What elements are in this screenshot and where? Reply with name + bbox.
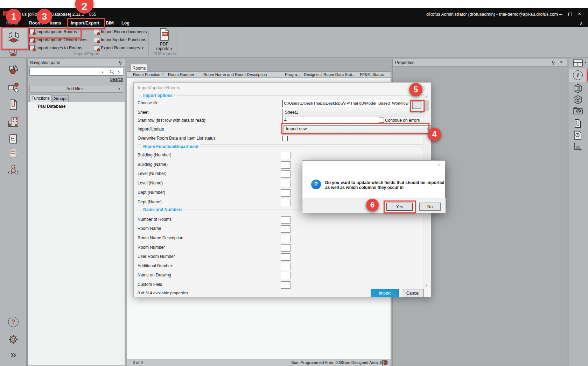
log-history-button[interactable] bbox=[569, 131, 587, 140]
pdf-reports-button[interactable]: PDF PDF reports ▾ bbox=[153, 28, 176, 52]
buildings-button[interactable] bbox=[0, 117, 27, 127]
minimize-icon[interactable]: – bbox=[559, 11, 562, 17]
column-box-level-name[interactable] bbox=[281, 180, 290, 187]
items-button[interactable] bbox=[0, 64, 27, 75]
pin-icon[interactable] bbox=[119, 61, 122, 65]
info-tab-selected[interactable]: i bbox=[569, 69, 587, 82]
column-box-user-room-number[interactable] bbox=[281, 253, 290, 261]
column-box-name-on-drawing[interactable] bbox=[281, 272, 290, 279]
collapse-ribbon-icon[interactable]: ∧ bbox=[580, 21, 583, 26]
overwrite-checkbox[interactable] bbox=[282, 136, 288, 141]
search-dropdown-icon[interactable]: ∨ bbox=[101, 70, 104, 73]
column-box-custom-field[interactable] bbox=[281, 281, 290, 289]
field-label: User Room Number bbox=[138, 254, 175, 259]
expand-toolbar-button[interactable]: » bbox=[0, 349, 27, 360]
column-box-additional-number[interactable] bbox=[281, 263, 290, 270]
systems-button[interactable] bbox=[0, 164, 27, 175]
col-programmed[interactable]: Progra... bbox=[285, 72, 300, 77]
rooms-status-bar: 0 of 0 Sum Programmed Area: 0.00 Sum Des… bbox=[127, 359, 391, 366]
overwrite-label[interactable]: Overwrite Room Data and Item List status bbox=[138, 136, 216, 141]
tab-rooms-panel[interactable]: Rooms bbox=[131, 64, 147, 72]
col-room-name[interactable]: Room Name and Room Description bbox=[203, 72, 267, 77]
window-title-seg2: Database] 2.11.1 bbox=[51, 12, 84, 17]
export-room-images-button[interactable]: Export Room images ▾ bbox=[94, 45, 144, 50]
import-button[interactable]: Import bbox=[371, 289, 399, 297]
field-label: Building (Name) bbox=[138, 162, 168, 167]
items-icon bbox=[8, 64, 19, 75]
tab-log[interactable]: Log bbox=[121, 21, 130, 26]
continue-on-errors-checkbox[interactable] bbox=[379, 118, 384, 123]
catalog-button[interactable] bbox=[0, 134, 27, 145]
continue-on-errors-label[interactable]: Continue on errors bbox=[385, 118, 420, 123]
dialog-close-icon[interactable]: × bbox=[422, 85, 425, 90]
settings-button[interactable] bbox=[0, 334, 27, 345]
col-room-number[interactable]: Room Number bbox=[168, 72, 194, 77]
choose-file-input[interactable]: C:\Users\DipeshThapa\Desktop\WIP\Trial d… bbox=[282, 100, 413, 107]
msgbox-text-line2: as well as which columns they occur in bbox=[325, 185, 404, 190]
images-button[interactable] bbox=[569, 107, 587, 114]
field-label: Building (Number) bbox=[138, 153, 172, 157]
tab-items[interactable]: Items bbox=[50, 21, 61, 26]
add-filter-button[interactable]: Add filter... ▾ bbox=[29, 85, 123, 93]
data-sheet-button[interactable] bbox=[569, 84, 587, 93]
reports-button[interactable] bbox=[0, 148, 27, 159]
import-images-icon bbox=[29, 45, 35, 50]
restore-icon[interactable] bbox=[568, 13, 572, 16]
no-button[interactable]: No bbox=[419, 203, 441, 211]
nav-search-input[interactable]: ∨ × bbox=[29, 68, 123, 76]
column-box-building-number[interactable] bbox=[281, 152, 290, 159]
tab-bim[interactable]: BIM bbox=[106, 21, 114, 26]
scroll-down-icon[interactable]: ∨ bbox=[425, 283, 428, 287]
field-label: Level (Name) bbox=[138, 181, 163, 185]
column-box-building-name[interactable] bbox=[281, 161, 290, 169]
field-label: Custom Field bbox=[138, 282, 162, 287]
column-box-level-number[interactable] bbox=[281, 170, 290, 178]
scroll-up-icon[interactable]: ∧ bbox=[425, 95, 428, 98]
highlight-rect-rooms-module bbox=[1, 27, 29, 50]
tab-groups[interactable]: Groups bbox=[52, 95, 69, 102]
search-icon[interactable] bbox=[110, 69, 114, 74]
hexagon-document-icon bbox=[573, 84, 582, 93]
import-update-label: Import/Update bbox=[138, 127, 164, 132]
model-3d-button[interactable] bbox=[569, 95, 587, 104]
column-box-room-name-description[interactable] bbox=[281, 235, 290, 242]
scrollbar-thumb[interactable] bbox=[424, 100, 429, 111]
start-row-input[interactable]: 4 bbox=[282, 117, 380, 124]
col-room-data-status[interactable]: Room Data Stat... bbox=[323, 72, 355, 77]
col-ffe-status[interactable]: FF&E: Status bbox=[360, 72, 384, 77]
export-images-icon bbox=[94, 45, 99, 50]
svg-text:PDF: PDF bbox=[162, 33, 168, 35]
sheet-select[interactable]: Sheet1 ∨ bbox=[282, 109, 424, 117]
column-box-dept-number[interactable] bbox=[281, 189, 290, 197]
field-label: Additional Number: bbox=[138, 263, 173, 268]
close-panel-icon[interactable]: × bbox=[560, 59, 563, 65]
ribbon-group-import-export: Import/Export bbox=[74, 51, 99, 56]
column-box-dept-name[interactable] bbox=[281, 199, 290, 206]
pin-icon[interactable] bbox=[552, 61, 555, 65]
search-link[interactable]: Search bbox=[110, 77, 123, 82]
documents-button[interactable] bbox=[0, 99, 27, 110]
highlight-rect-yes-button bbox=[384, 200, 416, 213]
column-box-room-name[interactable] bbox=[281, 225, 290, 233]
search-clear-icon[interactable]: × bbox=[117, 69, 120, 74]
occurrences-button[interactable] bbox=[0, 82, 27, 93]
column-box-room-number[interactable] bbox=[281, 244, 290, 252]
attachments-button[interactable] bbox=[569, 119, 587, 128]
properties-title: Properties bbox=[395, 60, 414, 65]
tree-root-trial-database[interactable]: Trial Database bbox=[37, 104, 65, 109]
col-designed[interactable]: Designe... bbox=[304, 72, 322, 77]
annotation-circle-5: 5 bbox=[409, 83, 422, 96]
import-update-functions-button[interactable]: Import/update Functions bbox=[94, 37, 146, 42]
close-window-icon[interactable]: × bbox=[578, 11, 581, 17]
col-room-function[interactable]: Room Function # bbox=[133, 72, 164, 77]
cancel-button[interactable]: Cancel bbox=[402, 289, 424, 297]
help-button[interactable]: ? bbox=[0, 317, 27, 327]
import-room-documents-button[interactable]: Import Room documents bbox=[94, 29, 147, 34]
column-box-number-of-rooms[interactable] bbox=[281, 216, 290, 224]
msgbox-close-icon[interactable]: × bbox=[438, 162, 441, 168]
area-measure-button[interactable] bbox=[569, 143, 587, 151]
nav-tree[interactable]: Trial Database bbox=[28, 102, 125, 365]
tab-functions[interactable]: Functions bbox=[29, 94, 52, 102]
import-images-button[interactable]: Import images to Rooms bbox=[29, 45, 82, 50]
layout-view-button[interactable]: ▾ bbox=[569, 59, 587, 66]
